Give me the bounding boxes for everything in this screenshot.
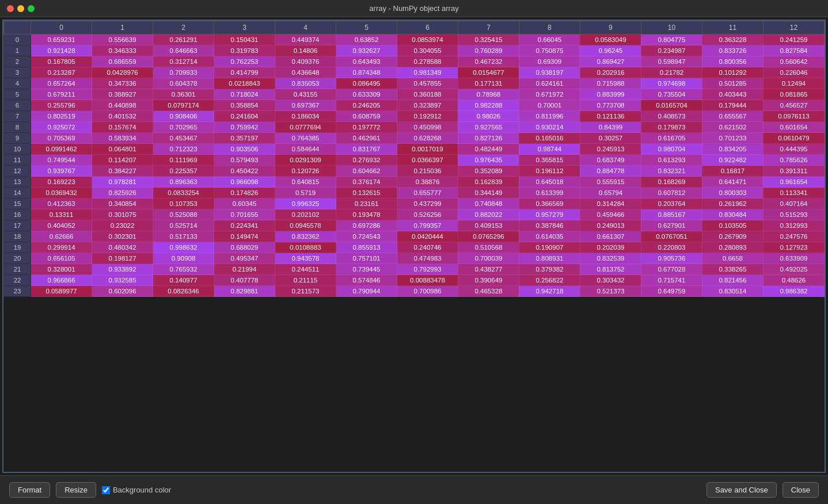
cell-22-12: 0.48626 (763, 275, 824, 286)
cell-9-3: 0.357197 (214, 133, 275, 144)
cell-17-11: 0.103505 (702, 220, 763, 231)
cell-23-10: 0.649759 (641, 286, 702, 297)
cell-3-5: 0.874348 (336, 67, 397, 78)
cell-17-6: 0.799357 (397, 220, 458, 231)
cell-12-8: 0.196112 (519, 166, 580, 177)
cell-18-6: 0.0420444 (397, 231, 458, 242)
cell-3-7: 0.0154677 (458, 67, 519, 78)
cell-12-4: 0.120726 (275, 166, 336, 177)
cell-9-8: 0.165016 (519, 133, 580, 144)
cell-21-2: 0.765932 (153, 264, 214, 275)
close-traffic-light[interactable] (7, 5, 14, 12)
cell-19-1: 0.480342 (92, 242, 153, 253)
cell-4-5: 0.086495 (336, 78, 397, 89)
cell-11-4: 0.0291309 (275, 155, 336, 166)
cell-13-2: 0.896363 (153, 177, 214, 188)
cell-5-11: 0.403443 (702, 89, 763, 100)
cell-0-9: 0.0583049 (580, 35, 641, 45)
col-header-7: 7 (458, 21, 519, 35)
cell-1-2: 0.646663 (153, 45, 214, 56)
table-row: 160.133110.3010750.5250880.7016550.20210… (4, 209, 825, 220)
cell-0-3: 0.150431 (214, 35, 275, 45)
cell-11-6: 0.0366397 (397, 155, 458, 166)
cell-17-8: 0.387846 (519, 220, 580, 231)
cell-15-5: 0.23161 (336, 198, 397, 209)
cell-11-10: 0.613293 (641, 155, 702, 166)
cell-21-10: 0.677028 (641, 264, 702, 275)
table-body: 00.6592310.5566390.2612910.1504310.44937… (4, 35, 825, 297)
background-color-label[interactable]: Background color (102, 486, 171, 494)
cell-1-6: 0.304055 (397, 45, 458, 56)
cell-4-8: 0.624161 (519, 78, 580, 89)
header-row: 0123456789101112 (4, 21, 825, 35)
cell-16-5: 0.193478 (336, 209, 397, 220)
cell-2-11: 0.800356 (702, 56, 763, 67)
row-header-18: 18 (4, 231, 31, 242)
cell-12-1: 0.384227 (92, 166, 153, 177)
cell-15-6: 0.437299 (397, 198, 458, 209)
format-button[interactable]: Format (9, 482, 50, 498)
cell-7-1: 0.401532 (92, 111, 153, 122)
cell-3-8: 0.938197 (519, 67, 580, 78)
cell-12-0: 0.939767 (31, 166, 92, 177)
col-header-0: 0 (31, 21, 92, 35)
cell-22-9: 0.303432 (580, 275, 641, 286)
resize-button[interactable]: Resize (56, 482, 96, 498)
cell-10-5: 0.831767 (336, 144, 397, 155)
cell-17-4: 0.0945578 (275, 220, 336, 231)
cell-8-4: 0.0777694 (275, 122, 336, 133)
cell-22-3: 0.407778 (214, 275, 275, 286)
cell-19-4: 0.0108883 (275, 242, 336, 253)
cell-0-12: 0.241259 (763, 35, 824, 45)
cell-2-1: 0.686559 (92, 56, 153, 67)
cell-4-4: 0.835053 (275, 78, 336, 89)
row-header-23: 23 (4, 286, 31, 297)
col-header-4: 4 (275, 21, 336, 35)
cell-23-4: 0.211573 (275, 286, 336, 297)
cell-21-9: 0.813752 (580, 264, 641, 275)
cell-12-11: 0.16817 (702, 166, 763, 177)
cell-20-1: 0.198127 (92, 253, 153, 264)
window-title: array - NumPy object array (369, 4, 458, 13)
cell-12-10: 0.832321 (641, 166, 702, 177)
close-button[interactable]: Close (783, 482, 819, 498)
cell-14-11: 0.800303 (702, 188, 763, 198)
save-close-button[interactable]: Save and Close (707, 482, 777, 498)
cell-8-5: 0.197772 (336, 122, 397, 133)
cell-2-2: 0.312714 (153, 56, 214, 67)
cell-15-1: 0.340854 (92, 198, 153, 209)
table-row: 40.6572640.3473360.6043780.02188430.8350… (4, 78, 825, 89)
cell-10-2: 0.712323 (153, 144, 214, 155)
cell-22-7: 0.390649 (458, 275, 519, 286)
cell-2-8: 0.69309 (519, 56, 580, 67)
cell-18-9: 0.661307 (580, 231, 641, 242)
cell-11-8: 0.365815 (519, 155, 580, 166)
cell-15-12: 0.407164 (763, 198, 824, 209)
table-row: 70.8025190.4015320.9084060.2416040.18603… (4, 111, 825, 122)
cell-19-10: 0.220803 (641, 242, 702, 253)
minimize-traffic-light[interactable] (17, 5, 24, 12)
cell-19-3: 0.688029 (214, 242, 275, 253)
cell-0-4: 0.449374 (275, 35, 336, 45)
cell-19-9: 0.202039 (580, 242, 641, 253)
table-row: 150.4123630.3408540.1073530.603450.99632… (4, 198, 825, 209)
cell-12-2: 0.225357 (153, 166, 214, 177)
cell-3-4: 0.436648 (275, 67, 336, 78)
background-color-checkbox[interactable] (102, 486, 110, 494)
row-header-6: 6 (4, 100, 31, 111)
table-row: 50.6792110.3889270.363010.7180240.431550… (4, 89, 825, 100)
cell-13-10: 0.168269 (641, 177, 702, 188)
cell-12-9: 0.884778 (580, 166, 641, 177)
cell-9-12: 0.0610479 (763, 133, 824, 144)
cell-8-11: 0.621502 (702, 122, 763, 133)
cell-14-3: 0.174826 (214, 188, 275, 198)
cell-1-4: 0.14806 (275, 45, 336, 56)
col-header-1: 1 (92, 21, 153, 35)
table-wrapper[interactable]: 0123456789101112 00.6592310.5566390.2612… (3, 21, 825, 472)
cell-5-0: 0.679211 (31, 89, 92, 100)
cell-10-0: 0.0991462 (31, 144, 92, 155)
fullscreen-traffic-light[interactable] (28, 5, 35, 12)
cell-0-2: 0.261291 (153, 35, 214, 45)
cell-18-3: 0.149474 (214, 231, 275, 242)
cell-17-12: 0.312993 (763, 220, 824, 231)
